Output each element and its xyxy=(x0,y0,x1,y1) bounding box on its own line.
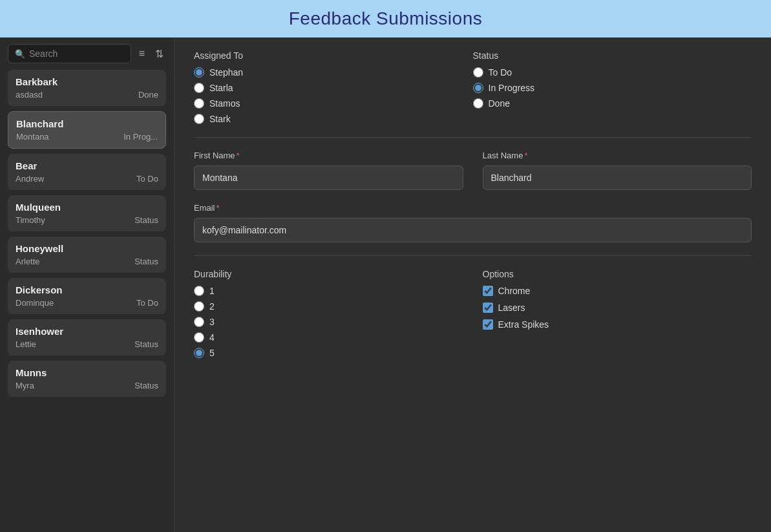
list-item[interactable]: Blanchard Montana In Prog... xyxy=(8,111,166,149)
list-item-status: To Do xyxy=(136,174,158,184)
form-divider xyxy=(194,137,752,138)
list-item[interactable]: Barkbark asdasd Done xyxy=(8,70,166,106)
assigned-radio-item[interactable]: Stark xyxy=(194,114,473,124)
list-item-lastname: Bear xyxy=(16,160,158,171)
list-item[interactable]: Mulqueen Timothy Status xyxy=(8,195,166,231)
form-divider-2 xyxy=(194,255,752,256)
options-checkbox-group: Chrome Lasers Extra Spikes xyxy=(483,286,752,330)
email-input[interactable] xyxy=(194,218,752,242)
assigned-radio[interactable] xyxy=(194,114,204,124)
durability-radio[interactable] xyxy=(194,348,204,358)
status-radio[interactable] xyxy=(473,67,483,78)
option-checkbox[interactable] xyxy=(483,286,493,296)
list-item-status: Status xyxy=(134,215,158,225)
option-checkbox[interactable] xyxy=(483,303,493,313)
list-item-lastname: Honeywell xyxy=(16,243,158,254)
option-checkbox-item[interactable]: Extra Spikes xyxy=(483,319,752,330)
durability-radio-item[interactable]: 5 xyxy=(194,348,463,358)
option-checkbox-item[interactable]: Lasers xyxy=(483,303,752,313)
durability-radio[interactable] xyxy=(194,317,204,327)
assigned-to-filter: Assigned To Stephan Starla Stamos Stark xyxy=(194,50,473,124)
durability-radio-item[interactable]: 2 xyxy=(194,301,463,312)
list-item-lastname: Dickerson xyxy=(16,284,158,295)
assigned-radio-item[interactable]: Stamos xyxy=(194,98,473,109)
durability-radio-item[interactable]: 4 xyxy=(194,332,463,343)
status-filter: Status To Do In Progress Done xyxy=(473,50,752,124)
durability-col: Durability 1 2 3 4 5 xyxy=(194,269,463,358)
list-item[interactable]: Bear Andrew To Do xyxy=(8,154,166,190)
list-item[interactable]: Isenhower Lettie Status xyxy=(8,319,166,356)
list-item-firstname: Lettie xyxy=(16,339,36,349)
durability-radio-item[interactable]: 1 xyxy=(194,286,463,296)
last-name-label: Last Name* xyxy=(483,151,752,160)
list-item[interactable]: Honeywell Arlette Status xyxy=(8,237,166,273)
list-item-status: Status xyxy=(134,381,158,390)
durability-radio[interactable] xyxy=(194,332,204,343)
option-checkbox[interactable] xyxy=(483,319,493,330)
email-group: Email* xyxy=(194,203,752,242)
email-row: Email* xyxy=(194,203,752,242)
durability-label: Durability xyxy=(194,269,463,279)
status-radio-item[interactable]: To Do xyxy=(473,67,752,78)
main-layout: 🔍 ≡ ⇅ Barkbark asdasd Done Blanchard Mon… xyxy=(0,37,771,532)
status-label: Status xyxy=(473,50,752,61)
assigned-option-label: Stephan xyxy=(209,67,243,78)
durability-radio-group: 1 2 3 4 5 xyxy=(194,286,463,358)
assigned-radio-item[interactable]: Stephan xyxy=(194,67,473,78)
sort-icon[interactable]: ⇅ xyxy=(153,47,166,61)
options-label: Options xyxy=(483,269,752,279)
status-radio[interactable] xyxy=(473,83,483,93)
status-option-label: To Do xyxy=(489,67,512,78)
list-item-lastname: Munns xyxy=(16,367,158,378)
content-area: Assigned To Stephan Starla Stamos Stark … xyxy=(174,37,771,532)
durability-option-label: 1 xyxy=(209,286,215,296)
durability-radio[interactable] xyxy=(194,286,204,296)
options-col: Options Chrome Lasers Extra Spikes xyxy=(483,269,752,358)
status-option-label: In Progress xyxy=(489,83,535,93)
assigned-option-label: Stark xyxy=(209,114,231,124)
last-name-input[interactable] xyxy=(483,165,752,190)
list-item-firstname: Dominque xyxy=(16,298,54,308)
durability-radio[interactable] xyxy=(194,301,204,312)
filter-icon[interactable]: ≡ xyxy=(136,47,147,61)
option-checkbox-label: Chrome xyxy=(498,286,531,296)
name-row: First Name* Last Name* xyxy=(194,151,752,190)
list-item[interactable]: Munns Myra Status xyxy=(8,361,166,397)
option-checkbox-item[interactable]: Chrome xyxy=(483,286,752,296)
durability-option-label: 5 xyxy=(209,348,215,358)
list-item-status: To Do xyxy=(136,298,158,308)
search-wrapper[interactable]: 🔍 xyxy=(8,44,131,63)
list-item[interactable]: Dickerson Dominque To Do xyxy=(8,278,166,314)
list-item-firstname: Andrew xyxy=(16,174,44,184)
list-item-firstname: Arlette xyxy=(16,257,40,266)
list-item-status: Status xyxy=(134,257,158,266)
status-options: To Do In Progress Done xyxy=(473,67,752,109)
last-name-group: Last Name* xyxy=(483,151,752,190)
durability-option-label: 4 xyxy=(209,332,215,343)
first-name-group: First Name* xyxy=(194,151,463,190)
status-radio-item[interactable]: In Progress xyxy=(473,83,752,93)
search-input[interactable] xyxy=(29,48,124,59)
durability-options-section: Durability 1 2 3 4 5 Options Chrome Lase… xyxy=(194,269,752,358)
status-radio[interactable] xyxy=(473,98,483,109)
option-checkbox-label: Extra Spikes xyxy=(498,319,549,330)
sidebar: 🔍 ≡ ⇅ Barkbark asdasd Done Blanchard Mon… xyxy=(0,37,174,532)
status-radio-item[interactable]: Done xyxy=(473,98,752,109)
durability-radio-item[interactable]: 3 xyxy=(194,317,463,327)
option-checkbox-label: Lasers xyxy=(498,303,525,313)
sidebar-list: Barkbark asdasd Done Blanchard Montana I… xyxy=(0,70,174,532)
status-option-label: Done xyxy=(489,98,510,109)
header: Feedback Submissions xyxy=(0,0,771,37)
email-label: Email* xyxy=(194,203,752,213)
first-name-input[interactable] xyxy=(194,165,463,190)
first-name-label: First Name* xyxy=(194,151,463,160)
list-item-lastname: Mulqueen xyxy=(16,202,158,213)
list-item-status: Status xyxy=(134,339,158,349)
assigned-radio[interactable] xyxy=(194,98,204,109)
assigned-radio[interactable] xyxy=(194,83,204,93)
assigned-radio[interactable] xyxy=(194,67,204,78)
list-item-firstname: Myra xyxy=(16,381,34,390)
assigned-radio-item[interactable]: Starla xyxy=(194,83,473,93)
list-item-lastname: Isenhower xyxy=(16,326,158,337)
assigned-to-options: Stephan Starla Stamos Stark xyxy=(194,67,473,124)
